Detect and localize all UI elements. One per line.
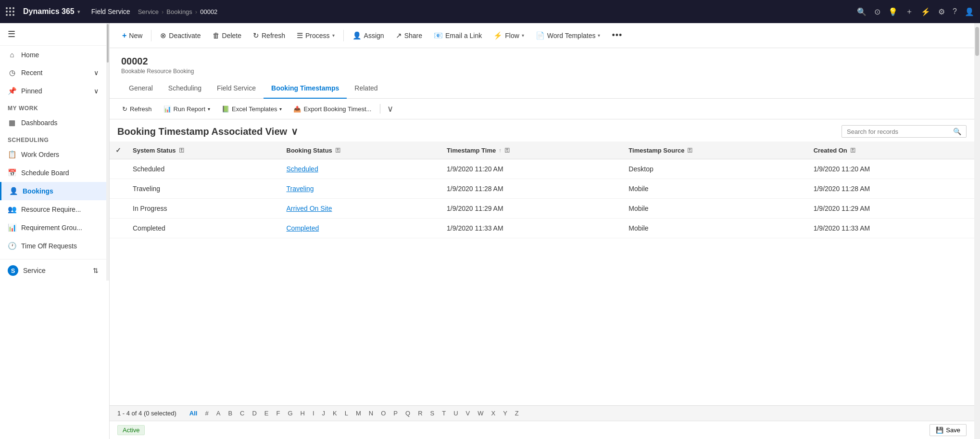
- tab-scheduling[interactable]: Scheduling: [161, 78, 209, 99]
- sidebar-service-section[interactable]: S Service ⇅: [0, 259, 106, 281]
- created-on-filter-icon[interactable]: ⚿: [850, 147, 855, 153]
- page-u[interactable]: U: [451, 409, 460, 418]
- sidebar-item-recent[interactable]: ◷ Recent ∨: [0, 64, 106, 82]
- requirement-group-icon: 📊: [8, 223, 16, 232]
- page-z[interactable]: Z: [513, 409, 521, 418]
- right-scrollbar[interactable]: [974, 23, 980, 439]
- user-icon[interactable]: 👤: [965, 7, 974, 16]
- page-r[interactable]: R: [415, 409, 425, 418]
- page-x[interactable]: X: [489, 409, 498, 418]
- page-k[interactable]: K: [330, 409, 339, 418]
- sidebar-item-time-off[interactable]: 🕐 Time Off Requests: [0, 237, 106, 255]
- sidebar-item-resource-req[interactable]: 👥 Resource Require...: [0, 200, 106, 219]
- page-c[interactable]: C: [238, 409, 247, 418]
- row3-booking-status[interactable]: Arrived On Site: [281, 199, 441, 219]
- page-o[interactable]: O: [378, 409, 388, 418]
- page-f[interactable]: F: [274, 409, 283, 418]
- timestamp-time-filter-icon[interactable]: ⚿: [504, 147, 510, 153]
- process-button[interactable]: ☰ Process ▾: [292, 28, 339, 43]
- new-button[interactable]: + New: [117, 28, 147, 43]
- filter-icon[interactable]: ⚡: [921, 7, 930, 16]
- hamburger-icon[interactable]: ☰: [8, 29, 15, 39]
- table-row[interactable]: Completed Completed 1/9/2020 11:33 AM Mo…: [110, 219, 974, 238]
- export-booking-button[interactable]: 📤 Export Booking Timest...: [289, 103, 376, 115]
- col-timestamp-time-label: Timestamp Time: [447, 147, 496, 154]
- sidebar-item-requirement-group[interactable]: 📊 Requirement Grou...: [0, 219, 106, 237]
- page-y[interactable]: Y: [501, 409, 510, 418]
- sidebar-item-pinned[interactable]: 📌 Pinned ∨: [0, 82, 106, 100]
- col-timestamp-source: Timestamp Source ⚿: [623, 142, 807, 159]
- save-button[interactable]: 💾 Save: [930, 424, 967, 436]
- tab-booking-timestamps[interactable]: Booking Timestamps: [264, 78, 347, 99]
- page-a[interactable]: A: [214, 409, 223, 418]
- page-s[interactable]: S: [428, 409, 437, 418]
- table-row[interactable]: Scheduled Scheduled 1/9/2020 11:20 AM De…: [110, 159, 974, 179]
- sidebar-item-work-orders[interactable]: 📋 Work Orders: [0, 145, 106, 164]
- page-j[interactable]: J: [320, 409, 328, 418]
- sidebar-item-home[interactable]: ⌂ Home: [0, 46, 106, 64]
- timestamp-source-filter-icon[interactable]: ⚿: [687, 147, 692, 153]
- page-l[interactable]: L: [342, 409, 351, 418]
- gear-icon[interactable]: ⚙: [938, 7, 945, 16]
- page-b[interactable]: B: [226, 409, 235, 418]
- excel-templates-button[interactable]: 📗 Excel Templates ▾: [217, 103, 287, 115]
- page-i[interactable]: I: [310, 409, 317, 418]
- nav-brand[interactable]: Dynamics 365 ▾: [23, 7, 80, 16]
- select-all-icon[interactable]: ✓: [115, 146, 121, 154]
- breadcrumb-service[interactable]: Service: [138, 8, 159, 15]
- row1-booking-status[interactable]: Scheduled: [281, 159, 441, 179]
- run-report-button[interactable]: 📊 Run Report ▾: [159, 103, 215, 115]
- page-e[interactable]: E: [262, 409, 271, 418]
- deactivate-button[interactable]: ⊗ Deactivate: [155, 28, 205, 43]
- delete-button[interactable]: 🗑 Delete: [208, 28, 246, 42]
- page-hash[interactable]: #: [202, 409, 211, 418]
- sidebar-scrollbar[interactable]: [106, 23, 109, 281]
- timestamp-time-sort-icon[interactable]: ↑: [499, 147, 502, 153]
- assign-button[interactable]: 👤 Assign: [348, 28, 389, 43]
- email-link-button[interactable]: 📧 Email a Link: [429, 28, 487, 43]
- search-icon[interactable]: 🔍: [857, 7, 867, 16]
- tab-general[interactable]: General: [121, 78, 161, 99]
- search-box[interactable]: 🔍: [842, 125, 967, 138]
- system-status-filter-icon[interactable]: ⚿: [179, 147, 184, 153]
- view-title[interactable]: Booking Timestamp Associated View ∨: [117, 126, 298, 137]
- sub-more-chevron-icon[interactable]: ∨: [384, 103, 396, 115]
- table-row[interactable]: Traveling Traveling 1/9/2020 11:28 AM Mo…: [110, 179, 974, 199]
- sidebar-item-bookings[interactable]: 👤 Bookings: [0, 182, 106, 200]
- tab-field-service[interactable]: Field Service: [209, 78, 264, 99]
- app-launcher-icon[interactable]: [6, 7, 14, 16]
- page-h[interactable]: H: [298, 409, 307, 418]
- page-all[interactable]: All: [187, 409, 200, 418]
- page-q[interactable]: Q: [403, 409, 413, 418]
- target-icon[interactable]: ⊙: [874, 7, 880, 16]
- refresh-button[interactable]: ↻ Refresh: [248, 28, 290, 43]
- sidebar-item-schedule-board[interactable]: 📅 Schedule Board: [0, 164, 106, 182]
- page-n[interactable]: N: [366, 409, 376, 418]
- table-row[interactable]: In Progress Arrived On Site 1/9/2020 11:…: [110, 199, 974, 219]
- page-g[interactable]: G: [285, 409, 295, 418]
- share-button[interactable]: ↗ Share: [391, 28, 427, 43]
- sub-refresh-button[interactable]: ↻ Refresh: [117, 103, 157, 115]
- delete-icon: 🗑: [213, 31, 220, 39]
- lightbulb-icon[interactable]: 💡: [888, 7, 898, 16]
- sidebar-item-dashboards[interactable]: ▦ Dashboards: [0, 114, 106, 132]
- help-icon[interactable]: ?: [953, 7, 957, 16]
- page-d[interactable]: D: [250, 409, 259, 418]
- breadcrumb-bookings[interactable]: Bookings: [166, 8, 192, 15]
- row4-booking-status[interactable]: Completed: [281, 219, 441, 238]
- flow-button[interactable]: ⚡ Flow ▾: [489, 28, 529, 43]
- search-input[interactable]: [847, 128, 950, 135]
- tab-related[interactable]: Related: [347, 78, 385, 99]
- plus-icon[interactable]: ＋: [905, 7, 913, 17]
- search-box-icon: 🔍: [953, 128, 961, 135]
- row2-booking-status[interactable]: Traveling: [281, 179, 441, 199]
- word-templates-button[interactable]: 📄 Word Templates ▾: [531, 28, 605, 43]
- page-w[interactable]: W: [475, 409, 486, 418]
- page-v[interactable]: V: [464, 409, 473, 418]
- page-m[interactable]: M: [353, 409, 364, 418]
- page-t[interactable]: T: [440, 409, 448, 418]
- page-p[interactable]: P: [391, 409, 400, 418]
- assign-label: Assign: [364, 32, 384, 39]
- more-button[interactable]: •••: [607, 27, 627, 43]
- booking-status-filter-icon[interactable]: ⚿: [335, 147, 340, 153]
